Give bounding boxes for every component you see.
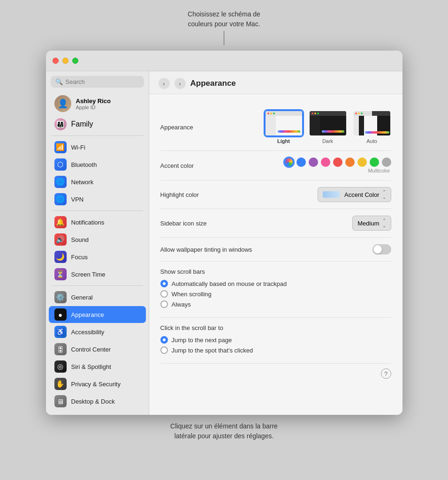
notifications-icon: 🔔 [54,216,67,228]
sidebar-item-label: Notifications [71,219,105,226]
sidebar-item-siri[interactable]: ◎ Siri & Spotlight [49,358,146,375]
sidebar-item-privacy[interactable]: ✋ Privacy & Security [49,375,146,392]
scroll-bar-auto-label: Automatically based on mouse or trackpad [172,280,287,287]
click-scroll-next-page-radio[interactable] [160,336,168,344]
wallpaper-tinting-label: Allow wallpaper tinting in windows [160,246,254,253]
highlight-color-value: Accent Color [344,191,379,198]
accent-color-label: Accent color [160,162,254,169]
appearance-options: Light [265,110,391,144]
back-button[interactable]: ‹ [159,78,170,89]
scroll-bar-always-label: Always [172,301,191,308]
sidebar-item-vpn[interactable]: 🌐 VPN [49,191,146,208]
scroll-bar-auto-option[interactable]: Automatically based on mouse or trackpad [160,280,391,287]
click-scroll-section: Click in the scroll bar to Jump to the n… [160,318,391,364]
sidebar-item-sound[interactable]: 🔊 Sound [49,231,146,248]
accent-swatch-red[interactable] [333,158,342,167]
accent-swatches [284,158,391,167]
highlight-color-control: Accent Color ⌃⌄ [259,187,391,202]
sidebar-divider [52,135,143,136]
close-button[interactable] [53,58,59,64]
sidebar-item-general[interactable]: ⚙️ General [49,289,146,306]
appearance-thumb-auto[interactable] [353,110,391,136]
sidebar-item-label: Desktop & Dock [71,398,115,405]
sidebar-item-notifications[interactable]: 🔔 Notifications [49,214,146,231]
sidebar-icon-size-value: Medium [357,220,379,227]
appearance-option-dark[interactable]: Dark [309,110,347,144]
sidebar-item-family[interactable]: 👨‍👩‍👧 Family [49,116,146,133]
click-scroll-clicked-spot-label: Jump to the spot that's clicked [172,347,253,354]
sidebar: 🔍 👤 Ashley Rico Apple ID 👨‍👩‍👧 Family 📶 [46,71,149,415]
screentime-icon: ⏳ [54,268,67,280]
appearance-option-light[interactable]: Light [265,110,303,144]
scroll-bar-always-radio[interactable] [160,300,168,308]
accent-swatch-pink[interactable] [321,158,330,167]
show-scroll-bars-label: Show scroll bars [160,268,391,275]
highlight-color-label: Highlight color [160,191,254,198]
highlight-color-dropdown[interactable]: Accent Color ⌃⌄ [318,187,391,202]
accent-swatch-green[interactable] [370,158,379,167]
wallpaper-tinting-toggle[interactable] [372,244,391,255]
scroll-bar-auto-radio[interactable] [160,280,168,287]
wallpaper-tinting-control [259,244,391,255]
minimize-button[interactable] [62,58,68,64]
sidebar-item-user[interactable]: 👤 Ashley Rico Apple ID [49,92,146,115]
show-scroll-bars-section: Show scroll bars Automatically based on … [160,262,391,318]
bluetooth-icon: ⬡ [54,158,67,171]
forward-button[interactable]: › [175,78,186,89]
annotation-top: Choisissez le schéma de couleurs pour vo… [188,9,260,45]
general-icon: ⚙️ [54,291,67,303]
sidebar-icon-size-dropdown[interactable]: Medium ⌃⌄ [352,216,391,231]
search-bar[interactable]: 🔍 [51,76,144,88]
chevron-down-icon: ⌃⌄ [382,218,386,228]
appearance-option-auto-label: Auto [366,138,377,144]
sidebar-item-screentime[interactable]: ⏳ Screen Time [49,266,146,283]
click-scroll-clicked-spot-radio[interactable] [160,346,168,354]
sidebar-item-wifi[interactable]: 📶 Wi-Fi [49,139,146,156]
help-button[interactable]: ? [381,368,391,379]
privacy-icon: ✋ [54,378,67,390]
scroll-bar-scrolling-option[interactable]: When scrolling [160,290,391,298]
appearance-row: Appearance [160,104,391,151]
click-scroll-label: Click in the scroll bar to [160,324,391,331]
maximize-button[interactable] [72,58,78,64]
click-scroll-next-page-option[interactable]: Jump to the next page [160,336,391,344]
user-subtitle: Apple ID [76,105,111,110]
accent-swatch-multicolor[interactable] [284,158,294,167]
sidebar-item-label: Bluetooth [71,161,97,168]
sidebar-item-controlcenter[interactable]: 🎛 Control Center [49,341,146,358]
sidebar-item-label: Sound [71,236,89,243]
sidebar-item-desktop[interactable]: 🖥 Desktop & Dock [49,393,146,410]
appearance-control: Light [259,110,391,144]
sidebar-item-network[interactable]: 🌐 Network [49,173,146,190]
appearance-thumb-dark[interactable] [309,110,347,136]
controlcenter-icon: 🎛 [54,343,67,355]
sidebar-item-label: Privacy & Security [71,381,121,388]
sidebar-item-accessibility[interactable]: ♿ Accessibility [49,323,146,340]
scroll-bar-scrolling-label: When scrolling [172,291,212,298]
title-bar [46,51,402,71]
settings-window: 🔍 👤 Ashley Rico Apple ID 👨‍👩‍👧 Family 📶 [46,51,402,415]
search-input[interactable] [66,78,139,85]
accent-swatch-graphite[interactable] [382,158,391,167]
focus-icon: 🌙 [54,251,67,263]
click-scroll-next-page-label: Jump to the next page [172,337,232,344]
main-content: ‹ › Appearance Appearance [149,71,402,415]
accent-swatch-yellow[interactable] [357,158,367,167]
accent-swatch-purple[interactable] [309,158,318,167]
scroll-bar-always-option[interactable]: Always [160,300,391,308]
appearance-thumb-light[interactable] [265,110,303,136]
sidebar-divider-2 [52,210,143,211]
scroll-bar-scrolling-radio[interactable] [160,290,168,298]
click-scroll-clicked-spot-option[interactable]: Jump to the spot that's clicked [160,346,391,354]
sidebar-icon-size-control: Medium ⌃⌄ [259,216,391,231]
vpn-icon: 🌐 [54,193,67,205]
window-body: 🔍 👤 Ashley Rico Apple ID 👨‍👩‍👧 Family 📶 [46,71,402,415]
appearance-option-auto[interactable]: Auto [353,110,391,144]
sidebar-item-label: Focus [71,254,88,261]
sidebar-item-focus[interactable]: 🌙 Focus [49,248,146,265]
accent-swatch-blue[interactable] [296,158,306,167]
sidebar-item-bluetooth[interactable]: ⬡ Bluetooth [49,156,146,173]
sidebar-item-appearance[interactable]: ● Appearance [49,306,146,323]
accent-swatch-orange[interactable] [345,158,355,167]
network-icon: 🌐 [54,176,67,188]
